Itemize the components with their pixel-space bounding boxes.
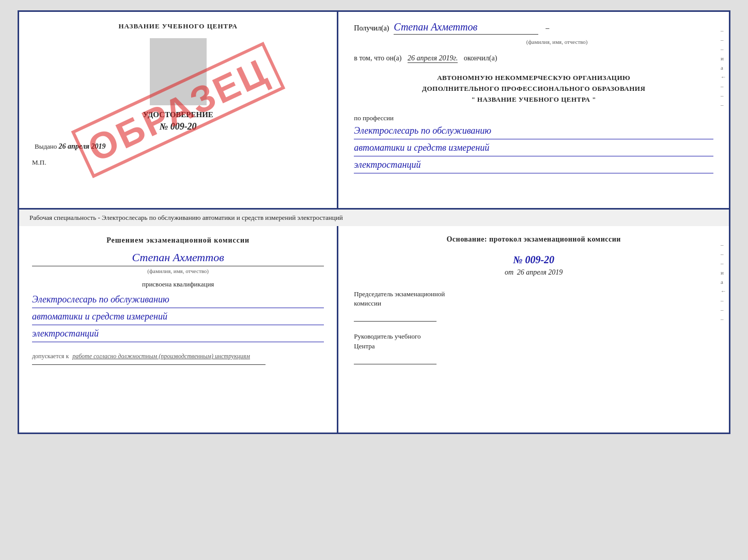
bottom-cert-right: Основание: протокол экзаменационной коми…	[338, 226, 729, 433]
protocol-number: № 009-20	[354, 254, 713, 266]
top-certificate: НАЗВАНИЕ УЧЕБНОГО ЦЕНТРА УДОСТОВЕРЕНИЕ №…	[18, 10, 730, 210]
chairman-label2: комиссии	[354, 299, 381, 307]
bottom-underline-left	[32, 364, 266, 365]
middle-label: Рабочая специальность - Электрослесарь п…	[18, 210, 730, 226]
right-deco-chars-bottom: –––иа←–––	[721, 242, 726, 322]
commission-title: Решением экзаменационной комиссии	[32, 236, 324, 245]
date-prefix: в том, что он(а)	[354, 54, 401, 62]
basis-title: Основание: протокол экзаменационной коми…	[354, 235, 713, 244]
assigned-label: присвоена квалификация	[32, 280, 324, 289]
profession-line2: автоматики и средств измерений	[354, 141, 713, 156]
qual-line3: электростанций	[32, 327, 324, 342]
allowed-block: допускается к работе согласно должностны…	[32, 353, 324, 360]
director-sig-line	[354, 364, 437, 364]
profession-value: Электрослесарь по обслуживанию автоматик…	[354, 124, 713, 173]
chairman-label: Председатель экзаменационной комиссии	[354, 290, 713, 308]
qual-line1: Электрослесарь по обслуживанию	[32, 293, 324, 308]
top-cert-right: Получил(а) Степан Ахметтов – (фамилия, и…	[338, 12, 729, 208]
received-name: Степан Ахметтов	[394, 21, 538, 35]
cert-school-name: НАЗВАНИЕ УЧЕБНОГО ЦЕНТРА	[32, 22, 324, 30]
director-label2: Центра	[354, 342, 375, 350]
date-value: 26 апреля 2019г.	[408, 54, 458, 63]
issued-line: Выдано 26 апреля 2019	[32, 142, 324, 151]
chairman-label1: Председатель экзаменационной	[354, 290, 445, 298]
fio-label-bottom: (фамилия, имя, отчество)	[32, 268, 324, 274]
protocol-date-value: 26 апреля 2019	[517, 268, 563, 276]
right-deco-chars: –––иа←–––	[721, 27, 726, 108]
qual-line2: автоматики и средств измерений	[32, 310, 324, 325]
cert-type: УДОСТОВЕРЕНИЕ	[32, 110, 324, 119]
mp-label: М.П.	[32, 158, 324, 167]
received-prefix: Получил(а)	[354, 24, 389, 32]
date-prefix: от	[505, 268, 513, 276]
org-line3: " НАЗВАНИЕ УЧЕБНОГО ЦЕНТРА "	[354, 94, 713, 105]
document-container: НАЗВАНИЕ УЧЕБНОГО ЦЕНТРА УДОСТОВЕРЕНИЕ №…	[18, 10, 730, 434]
profession-line1: Электрослесарь по обслуживанию	[354, 124, 713, 139]
issued-prefix: Выдано	[35, 142, 57, 150]
director-label: Руководитель учебного Центра	[354, 332, 713, 350]
org-line1: АВТОНОМНУЮ НЕКОММЕРЧЕСКУЮ ОРГАНИЗАЦИЮ	[354, 73, 713, 84]
allowed-text: работе согласно должностным (производств…	[72, 353, 250, 360]
director-label1: Руководитель учебного	[354, 332, 420, 340]
chairman-sig-line	[354, 321, 437, 322]
issued-date: 26 апреля 2019	[59, 142, 106, 150]
chairman-block: Председатель экзаменационной комиссии	[354, 290, 713, 322]
cert-number: № 009-20	[32, 121, 324, 132]
fio-label-top: (фамилия, имя, отчество)	[400, 39, 713, 45]
bottom-cert-left: Решением экзаменационной комиссии Степан…	[19, 226, 338, 433]
bottom-certificate: Решением экзаменационной комиссии Степан…	[18, 226, 730, 434]
profession-label: по профессии	[354, 114, 713, 122]
dash-after-name: –	[546, 24, 549, 32]
received-block: Получил(а) Степан Ахметтов –	[354, 21, 713, 35]
top-cert-left: НАЗВАНИЕ УЧЕБНОГО ЦЕНТРА УДОСТОВЕРЕНИЕ №…	[19, 12, 338, 208]
commission-name: Степан Ахметтов	[32, 251, 324, 266]
profession-line3: электростанций	[354, 158, 713, 173]
protocol-date: от 26 апреля 2019	[354, 268, 713, 277]
allowed-prefix: допускается к	[32, 353, 69, 360]
date-line: в том, что он(а) 26 апреля 2019г. окончи…	[354, 54, 713, 62]
photo-area	[150, 38, 207, 105]
director-block: Руководитель учебного Центра	[354, 332, 713, 364]
date-suffix: окончил(а)	[464, 54, 497, 62]
org-line2: ДОПОЛНИТЕЛЬНОГО ПРОФЕССИОНАЛЬНОГО ОБРАЗО…	[354, 84, 713, 94]
org-block: АВТОНОМНУЮ НЕКОММЕРЧЕСКУЮ ОРГАНИЗАЦИЮ ДО…	[354, 73, 713, 105]
qualification-value: Электрослесарь по обслуживанию автоматик…	[32, 293, 324, 342]
